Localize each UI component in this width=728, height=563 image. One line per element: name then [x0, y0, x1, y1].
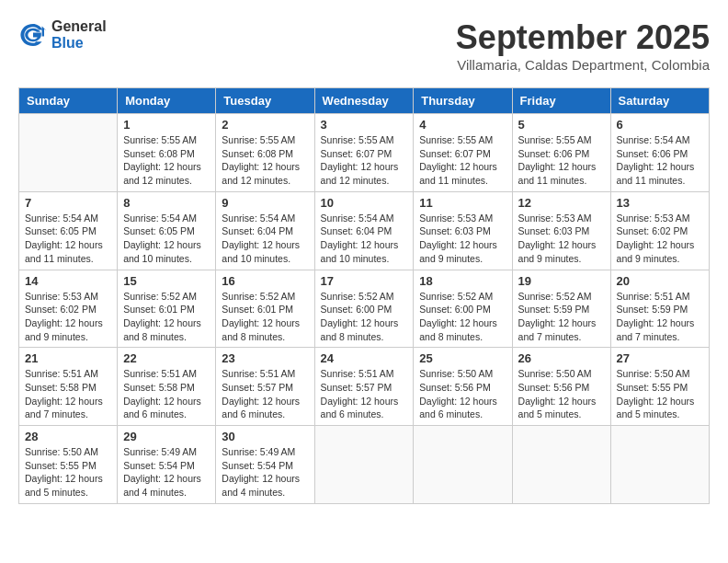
day-info: Sunrise: 5:52 AMSunset: 5:59 PMDaylight:… — [518, 291, 597, 342]
day-cell: 11 Sunrise: 5:53 AMSunset: 6:03 PMDaylig… — [414, 191, 512, 270]
logo-icon — [18, 20, 48, 50]
day-info: Sunrise: 5:54 AMSunset: 6:04 PMDaylight:… — [321, 213, 399, 264]
day-cell: 6 Sunrise: 5:54 AMSunset: 6:06 PMDayligh… — [610, 114, 709, 192]
day-info: Sunrise: 5:53 AMSunset: 6:03 PMDaylight:… — [419, 213, 497, 264]
day-number: 18 — [419, 274, 506, 288]
day-number: 23 — [222, 351, 308, 365]
day-number: 28 — [25, 430, 111, 443]
day-cell: 3 Sunrise: 5:55 AMSunset: 6:07 PMDayligh… — [314, 114, 414, 192]
day-cell: 20 Sunrise: 5:51 AMSunset: 5:59 PMDaylig… — [610, 270, 709, 348]
title-block: September 2025 Villamaria, Caldas Depart… — [456, 18, 710, 73]
day-cell — [414, 426, 512, 504]
day-cell: 27 Sunrise: 5:50 AMSunset: 5:55 PMDaylig… — [610, 348, 709, 426]
week-row-1: 1 Sunrise: 5:55 AMSunset: 6:08 PMDayligh… — [19, 114, 710, 192]
logo-text-block: General Blue — [51, 18, 107, 52]
day-cell: 5 Sunrise: 5:55 AMSunset: 6:06 PMDayligh… — [512, 114, 610, 192]
logo-blue: Blue — [51, 35, 107, 52]
day-cell — [610, 426, 709, 504]
day-info: Sunrise: 5:54 AMSunset: 6:04 PMDaylight:… — [222, 213, 300, 264]
day-number: 5 — [518, 118, 605, 132]
day-cell: 26 Sunrise: 5:50 AMSunset: 5:56 PMDaylig… — [512, 348, 610, 426]
day-number: 3 — [321, 118, 408, 132]
day-cell: 12 Sunrise: 5:53 AMSunset: 6:03 PMDaylig… — [512, 191, 610, 270]
day-number: 1 — [123, 118, 210, 132]
header-cell-wednesday: Wednesday — [314, 88, 414, 114]
day-cell: 9 Sunrise: 5:54 AMSunset: 6:04 PMDayligh… — [216, 191, 314, 270]
day-info: Sunrise: 5:52 AMSunset: 6:00 PMDaylight:… — [321, 291, 399, 342]
day-info: Sunrise: 5:55 AMSunset: 6:07 PMDaylight:… — [321, 134, 399, 186]
day-number: 26 — [518, 351, 605, 365]
day-number: 10 — [321, 196, 408, 210]
day-info: Sunrise: 5:50 AMSunset: 5:56 PMDaylight:… — [518, 368, 597, 419]
day-cell: 1 Sunrise: 5:55 AMSunset: 6:08 PMDayligh… — [118, 114, 216, 192]
week-row-2: 7 Sunrise: 5:54 AMSunset: 6:05 PMDayligh… — [19, 191, 710, 270]
day-cell: 22 Sunrise: 5:51 AMSunset: 5:58 PMDaylig… — [118, 348, 216, 426]
day-number: 25 — [419, 351, 506, 365]
day-number: 12 — [518, 196, 605, 210]
day-cell — [512, 426, 610, 504]
day-cell: 24 Sunrise: 5:51 AMSunset: 5:57 PMDaylig… — [314, 348, 414, 426]
day-info: Sunrise: 5:50 AMSunset: 5:56 PMDaylight:… — [419, 368, 497, 419]
day-cell: 17 Sunrise: 5:52 AMSunset: 6:00 PMDaylig… — [314, 270, 414, 348]
day-info: Sunrise: 5:49 AMSunset: 5:54 PMDaylight:… — [123, 446, 201, 498]
logo-general: General — [51, 18, 107, 35]
day-cell: 2 Sunrise: 5:55 AMSunset: 6:08 PMDayligh… — [216, 114, 314, 192]
week-row-5: 28 Sunrise: 5:50 AMSunset: 5:55 PMDaylig… — [19, 426, 710, 504]
day-cell: 19 Sunrise: 5:52 AMSunset: 5:59 PMDaylig… — [512, 270, 610, 348]
day-cell: 25 Sunrise: 5:50 AMSunset: 5:56 PMDaylig… — [414, 348, 512, 426]
day-cell: 15 Sunrise: 5:52 AMSunset: 6:01 PMDaylig… — [118, 270, 216, 348]
day-info: Sunrise: 5:51 AMSunset: 5:58 PMDaylight:… — [123, 368, 201, 419]
day-cell: 18 Sunrise: 5:52 AMSunset: 6:00 PMDaylig… — [414, 270, 512, 348]
day-info: Sunrise: 5:53 AMSunset: 6:02 PMDaylight:… — [25, 291, 103, 342]
day-number: 22 — [123, 351, 210, 365]
day-info: Sunrise: 5:54 AMSunset: 6:06 PMDaylight:… — [617, 134, 695, 186]
day-number: 2 — [222, 118, 308, 132]
day-info: Sunrise: 5:55 AMSunset: 6:08 PMDaylight:… — [123, 134, 201, 186]
location-subtitle: Villamaria, Caldas Department, Colombia — [456, 57, 710, 73]
day-info: Sunrise: 5:52 AMSunset: 6:01 PMDaylight:… — [123, 291, 201, 342]
day-info: Sunrise: 5:54 AMSunset: 6:05 PMDaylight:… — [123, 213, 201, 264]
week-row-3: 14 Sunrise: 5:53 AMSunset: 6:02 PMDaylig… — [19, 270, 710, 348]
day-info: Sunrise: 5:55 AMSunset: 6:08 PMDaylight:… — [222, 134, 300, 186]
header-row: SundayMondayTuesdayWednesdayThursdayFrid… — [19, 88, 710, 114]
day-info: Sunrise: 5:55 AMSunset: 6:07 PMDaylight:… — [419, 134, 497, 186]
day-number: 4 — [419, 118, 506, 132]
day-info: Sunrise: 5:50 AMSunset: 5:55 PMDaylight:… — [25, 446, 103, 498]
day-info: Sunrise: 5:52 AMSunset: 6:01 PMDaylight:… — [222, 291, 300, 342]
day-info: Sunrise: 5:55 AMSunset: 6:06 PMDaylight:… — [518, 134, 597, 186]
day-number: 29 — [123, 430, 210, 443]
header-cell-saturday: Saturday — [610, 88, 709, 114]
day-cell: 13 Sunrise: 5:53 AMSunset: 6:02 PMDaylig… — [610, 191, 709, 270]
day-info: Sunrise: 5:51 AMSunset: 5:57 PMDaylight:… — [222, 368, 300, 419]
day-cell: 28 Sunrise: 5:50 AMSunset: 5:55 PMDaylig… — [19, 426, 118, 504]
day-number: 8 — [123, 196, 210, 210]
day-cell: 8 Sunrise: 5:54 AMSunset: 6:05 PMDayligh… — [118, 191, 216, 270]
day-number: 27 — [617, 351, 703, 365]
week-row-4: 21 Sunrise: 5:51 AMSunset: 5:58 PMDaylig… — [19, 348, 710, 426]
day-info: Sunrise: 5:49 AMSunset: 5:54 PMDaylight:… — [222, 446, 300, 498]
month-year-title: September 2025 — [456, 18, 710, 57]
day-number: 15 — [123, 274, 210, 288]
day-cell: 30 Sunrise: 5:49 AMSunset: 5:54 PMDaylig… — [216, 426, 314, 504]
day-info: Sunrise: 5:51 AMSunset: 5:59 PMDaylight:… — [617, 291, 695, 342]
day-number: 14 — [25, 274, 111, 288]
header-cell-sunday: Sunday — [19, 88, 118, 114]
day-number: 19 — [518, 274, 605, 288]
day-number: 30 — [222, 430, 308, 443]
day-cell: 21 Sunrise: 5:51 AMSunset: 5:58 PMDaylig… — [19, 348, 118, 426]
calendar-table: SundayMondayTuesdayWednesdayThursdayFrid… — [18, 87, 710, 504]
day-number: 9 — [222, 196, 308, 210]
day-number: 13 — [617, 196, 703, 210]
day-number: 16 — [222, 274, 308, 288]
day-cell: 14 Sunrise: 5:53 AMSunset: 6:02 PMDaylig… — [19, 270, 118, 348]
header-cell-monday: Monday — [118, 88, 216, 114]
day-number: 20 — [617, 274, 703, 288]
day-cell — [19, 114, 118, 192]
day-cell: 29 Sunrise: 5:49 AMSunset: 5:54 PMDaylig… — [118, 426, 216, 504]
day-number: 24 — [321, 351, 408, 365]
day-cell: 16 Sunrise: 5:52 AMSunset: 6:01 PMDaylig… — [216, 270, 314, 348]
day-cell: 23 Sunrise: 5:51 AMSunset: 5:57 PMDaylig… — [216, 348, 314, 426]
day-cell: 10 Sunrise: 5:54 AMSunset: 6:04 PMDaylig… — [314, 191, 414, 270]
day-info: Sunrise: 5:52 AMSunset: 6:00 PMDaylight:… — [419, 291, 497, 342]
day-number: 21 — [25, 351, 111, 365]
